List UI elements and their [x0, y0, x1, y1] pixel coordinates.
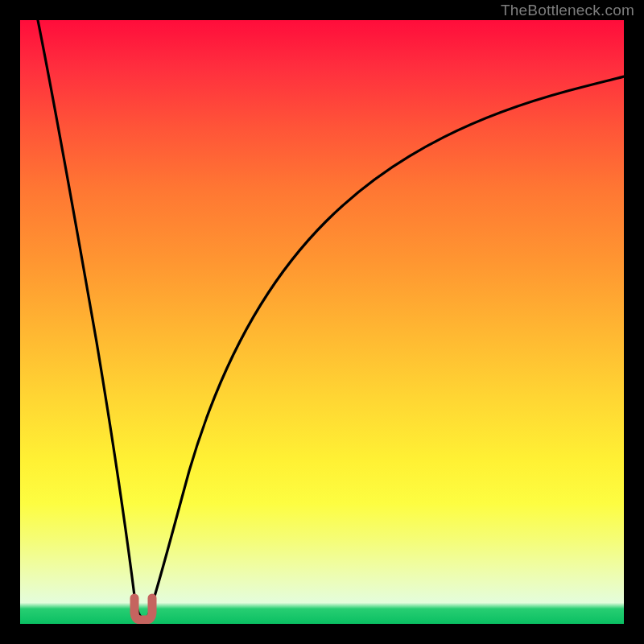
watermark-text: TheBottleneck.com	[501, 2, 634, 19]
outer-frame: TheBottleneck.com	[0, 0, 644, 644]
plot-area	[20, 20, 624, 624]
bottleneck-curve	[38, 20, 624, 618]
chart-svg	[20, 20, 624, 624]
current-config-marker	[134, 598, 152, 620]
